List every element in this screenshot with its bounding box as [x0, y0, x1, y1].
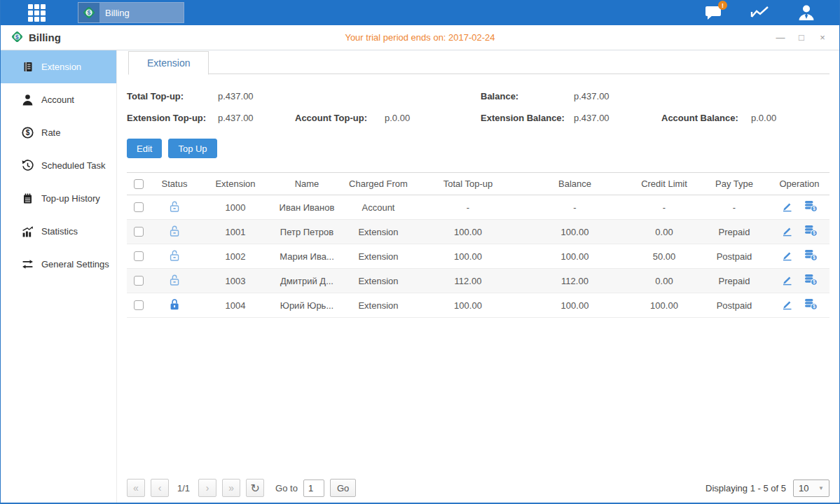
- pay-type-cell: Postpaid: [699, 300, 769, 311]
- account-balance-value: p.0.00: [751, 113, 776, 123]
- last-page-button[interactable]: »: [222, 479, 240, 497]
- page-size-value: 10: [799, 483, 808, 493]
- edit-button[interactable]: Edit: [127, 139, 162, 158]
- next-page-button[interactable]: ›: [198, 479, 216, 497]
- balance-cell: 112.00: [521, 276, 629, 286]
- lock-closed-icon: [169, 302, 180, 313]
- table-row[interactable]: 1004 Юрий Юрь... Extension 100.00 100.00…: [127, 293, 829, 318]
- lock-open-icon: [169, 204, 180, 215]
- ledger-icon: [22, 61, 34, 73]
- sidebar-item-label: General Settings: [41, 259, 109, 270]
- titlebar: $ Billing Your trial period ends on: 201…: [1, 25, 839, 50]
- edit-pencil-icon[interactable]: [781, 274, 793, 288]
- account-balance-label: Account Balance:: [661, 113, 751, 123]
- edit-pencil-icon[interactable]: [781, 250, 793, 263]
- sidebar-item-extension[interactable]: Extension: [1, 50, 116, 83]
- user-account-icon[interactable]: [794, 4, 818, 22]
- top-up-coins-icon[interactable]: $: [804, 298, 818, 312]
- sidebar-item-label: Account: [41, 94, 74, 105]
- name-cell: Петр Петров: [273, 227, 341, 237]
- person-icon: [22, 94, 34, 106]
- top-up-coins-icon[interactable]: $: [804, 274, 818, 288]
- main-content: Extension Total Top-up: p.437.00 Extensi…: [117, 50, 839, 503]
- app-grid-icon[interactable]: [25, 4, 48, 22]
- first-page-button[interactable]: «: [127, 479, 145, 497]
- tab-strip: Extension: [128, 50, 829, 74]
- extension-topup-value: p.437.00: [218, 113, 295, 123]
- row-checkbox[interactable]: [134, 202, 144, 212]
- operation-cell: $: [769, 225, 829, 239]
- balance-summary: Total Top-up: p.437.00 Extension Top-up:…: [127, 85, 829, 129]
- table-header: Status Extension Name Charged From Total…: [127, 172, 829, 195]
- pay-type-cell: -: [699, 202, 769, 213]
- total-topup-cell: 100.00: [415, 300, 521, 311]
- page-size-select[interactable]: 10 ▼: [793, 479, 829, 497]
- row-checkbox[interactable]: [134, 251, 144, 261]
- col-name: Name: [273, 178, 341, 189]
- table-row[interactable]: 1002 Мария Ива... Extension 100.00 100.0…: [127, 244, 829, 269]
- row-checkbox[interactable]: [134, 276, 144, 286]
- sidebar-item-account[interactable]: Account: [1, 83, 116, 116]
- edit-pencil-icon[interactable]: [781, 299, 793, 312]
- refresh-icon[interactable]: ↻: [246, 479, 264, 497]
- messages-icon[interactable]: !: [702, 4, 726, 22]
- reports-chart-icon[interactable]: [748, 4, 772, 22]
- edit-pencil-icon[interactable]: [781, 225, 793, 239]
- row-checkbox[interactable]: [134, 227, 144, 237]
- table-row[interactable]: 1003 Дмитрий Д... Extension 112.00 112.0…: [127, 269, 829, 293]
- sidebar-item-label: Statistics: [41, 226, 78, 237]
- top-up-button[interactable]: Top Up: [168, 139, 216, 158]
- col-credit-limit: Credit Limit: [629, 178, 699, 189]
- maximize-icon[interactable]: □: [796, 32, 807, 43]
- table-row[interactable]: 1001 Петр Петров Extension 100.00 100.00…: [127, 220, 829, 244]
- displaying-text: Displaying 1 - 5 of 5: [705, 483, 786, 493]
- prev-page-button[interactable]: ‹: [151, 479, 169, 497]
- sidebar-item-general-settings[interactable]: General Settings: [1, 248, 116, 281]
- sidebar: Extension Account $ Rate: [1, 50, 117, 503]
- close-icon[interactable]: ×: [817, 32, 828, 43]
- arrows-exchange-icon: [22, 258, 34, 270]
- chevron-down-icon: ▼: [818, 485, 824, 491]
- total-topup-cell: 112.00: [415, 276, 521, 286]
- table-row[interactable]: 1000 Иван Иванов Account - - - - $: [127, 195, 829, 220]
- charged-from-cell: Account: [341, 202, 415, 213]
- col-operation: Operation: [769, 178, 829, 189]
- col-pay-type: Pay Type: [699, 178, 769, 189]
- account-topup-label: Account Top-up:: [295, 113, 385, 123]
- topbar-tab-billing[interactable]: $ Billing: [78, 2, 184, 23]
- sidebar-item-statistics[interactable]: Statistics: [1, 215, 116, 248]
- sidebar-item-topup-history[interactable]: Top-up History: [1, 182, 116, 215]
- svg-text:$: $: [87, 9, 90, 16]
- edit-pencil-icon[interactable]: [781, 201, 793, 214]
- top-up-coins-icon[interactable]: $: [804, 225, 818, 239]
- col-status: Status: [151, 178, 198, 189]
- status-cell: [151, 249, 198, 264]
- topbar-tab-label: Billing: [99, 8, 130, 18]
- name-cell: Юрий Юрь...: [273, 300, 341, 311]
- total-topup-cell: -: [415, 202, 521, 213]
- goto-page-input[interactable]: [303, 479, 324, 497]
- tab-extension[interactable]: Extension: [128, 51, 209, 75]
- minimize-icon[interactable]: —: [775, 32, 786, 43]
- sidebar-item-rate[interactable]: $ Rate: [1, 116, 116, 149]
- charged-from-cell: Extension: [341, 276, 415, 286]
- select-all-checkbox[interactable]: [134, 179, 144, 189]
- top-up-coins-icon[interactable]: $: [804, 249, 818, 263]
- charged-from-cell: Extension: [341, 227, 415, 237]
- go-button[interactable]: Go: [330, 479, 356, 497]
- credit-limit-cell: 100.00: [629, 300, 699, 311]
- svg-text:$: $: [813, 230, 815, 236]
- extension-table: Status Extension Name Charged From Total…: [127, 172, 829, 318]
- balance-cell: 100.00: [521, 251, 629, 262]
- total-topup-cell: 100.00: [415, 251, 521, 262]
- extension-cell: 1002: [198, 251, 273, 262]
- svg-text:$: $: [813, 206, 815, 211]
- row-checkbox[interactable]: [134, 300, 144, 310]
- total-topup-value: p.437.00: [218, 91, 254, 102]
- top-up-coins-icon[interactable]: $: [804, 200, 818, 214]
- extension-balance-value: p.437.00: [574, 113, 661, 123]
- sidebar-item-scheduled-task[interactable]: Scheduled Task: [1, 149, 116, 182]
- pay-type-cell: Postpaid: [699, 251, 769, 262]
- col-balance: Balance: [521, 178, 629, 189]
- col-total-topup: Total Top-up: [415, 178, 521, 189]
